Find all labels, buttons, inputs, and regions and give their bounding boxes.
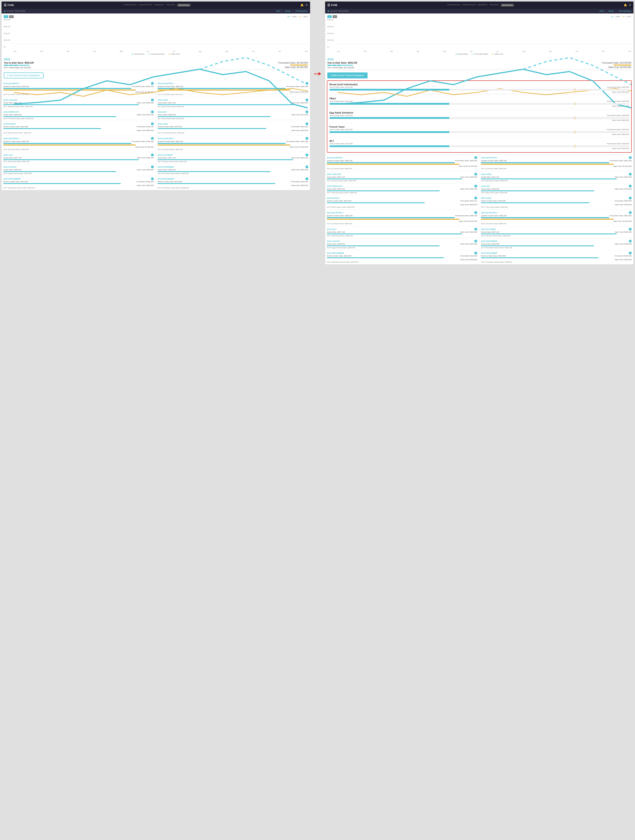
nav-reporting-left[interactable]: REPORTING (177, 4, 190, 6)
nav-subscription-left[interactable]: SUBSCRIPTION (139, 4, 152, 6)
sep2-left: ▸ (292, 10, 293, 12)
right-chart-area: $ # — 2018 — 2017 (325, 13, 634, 56)
sep1-left: ▸ (282, 10, 283, 12)
right-y-labels: $800,000 $600,000 $400,000 $200,000 $0 (327, 19, 337, 48)
nav-links-right: FORECASTING SUBSCRIPTION ORDERING TRACKI… (341, 4, 620, 6)
tracking-label-left: SALES TRACKING (6, 10, 25, 12)
channel-label-left[interactable]: All Channels ▸ (295, 10, 308, 12)
arrow-line-connector (314, 72, 321, 76)
left-oct: 2018 OCTOBER i Actual Sales: $357,133 Sa… (156, 152, 310, 164)
left-q4: 2018 QUARTER 4 i Quarter-to-Date Sales: … (156, 136, 310, 152)
dollar-tab-left[interactable]: $ (4, 15, 8, 18)
logo-left: ☰ FUSE (4, 3, 14, 7)
left-nav: ☰ FUSE FORECASTING SUBSCRIPTION ORDERING… (2, 2, 310, 9)
right-q4: 2018 QUARTER 4 i Quarter-to-Date Sales: … (479, 210, 633, 226)
right-feb: 2018 FEBRUARY i Actual Sales: $308,250 S… (325, 183, 480, 195)
panels-container: ☰ FUSE FORECASTING SUBSCRIPTION ORDERING… (1, 1, 634, 265)
bell-icon-left[interactable]: 🔔 (300, 3, 304, 6)
nav-tracking-left[interactable]: TRACKING (166, 4, 175, 6)
settings-icon-left[interactable]: ⚙ (306, 3, 308, 6)
left-panel: ☰ FUSE FORECASTING SUBSCRIPTION ORDERING… (1, 1, 310, 190)
right-x-labels: JanFebMarAprMayJunJulAugSepOctNovDec (337, 51, 632, 52)
nav-forecasting-left[interactable]: FORECASTING (124, 4, 136, 6)
dollar-tab-right[interactable]: $ (327, 15, 332, 18)
right-header-right: 2018 ▸ Bread ▸ All Channels ▸ (599, 10, 631, 12)
nav-icons-left: 🔔 ⚙ (300, 3, 308, 6)
right-apr: 2018 APRIL i Actual Sales: $337,133 Sale… (479, 171, 633, 183)
right-q3: 2018 QUARTER 3 i Quarter-to-Date Sales: … (325, 210, 480, 226)
right-dec: 2018 DECEMBER i Month-to-Date Sales: $29… (479, 250, 633, 264)
nav-icons-right: 🔔 ⚙ (624, 3, 631, 6)
logo-right: ☰ FUSE (327, 3, 337, 7)
left-chart-area: $ # — 2018 — 2017 (2, 13, 310, 56)
right-chart-wrapper: $800,000 $600,000 $400,000 $200,000 $0 (327, 19, 632, 52)
back-icon-left[interactable]: ◀ (4, 10, 5, 12)
left-x-labels: JanFebMarAprMayJunJulAugSepOctNovDec (14, 51, 308, 52)
right-jul: 2018 JULY i Actual Sales: $357,133 Sales… (325, 226, 480, 238)
right-may: 2018 MAY i Actual Sales: $308,250 Sales … (479, 183, 633, 195)
chart-legend-right: — 2018 — 2017 (611, 15, 631, 18)
left-mar: 2018 MARCH i Month-to-Date Sales: $222,9… (2, 121, 156, 136)
nav-ordering-left[interactable]: ORDERING (154, 4, 164, 6)
mar-info-left[interactable]: i (151, 122, 154, 125)
left-y-labels: $800,000 $600,000 $400,000 $200,000 $0 (4, 19, 14, 48)
right-q1: 2018 QUARTER 1 i Quarter-to-Date Sales: … (325, 155, 480, 171)
chart-legend-left: — 2018 — 2017 (287, 15, 308, 18)
right-jun: 2018 JUNE i Month-to-Date Sales: $262,99… (479, 195, 633, 210)
back-icon-right[interactable]: ◀ (327, 10, 329, 12)
nav-forecasting-right[interactable]: FORECASTING (447, 4, 460, 6)
nav-subscription-right[interactable]: SUBSCRIPTION (462, 4, 475, 6)
legend-2018-left: — 2018 (287, 16, 296, 18)
hash-tab-right[interactable]: # (333, 15, 337, 18)
left-sep: 2018 SEPTEMBER i Month-to-Date Sales: $2… (2, 176, 156, 190)
left-dec: 2018 DECEMBER i Month-to-Date Sales: $29… (156, 176, 310, 190)
app-container: ☰ FUSE FORECASTING SUBSCRIPTION ORDERING… (0, 0, 635, 840)
hash-tab-left[interactable]: # (9, 15, 13, 18)
right-quarters-grid: 2018 QUARTER 1 i Quarter-to-Date Sales: … (325, 155, 634, 264)
left-jun: 2018 JUNE i Month-to-Date Sales: $262,99… (156, 121, 310, 136)
info-icon-left: ℹ (7, 74, 8, 77)
left-q3: 2018 QUARTER 3 i Quarter-to-Date Sales: … (2, 136, 156, 152)
legend-2017-left: — 2017 (299, 16, 308, 18)
left-breadcrumb: ◀ SALES TRACKING (4, 10, 25, 12)
right-panel: ☰ FUSE FORECASTING SUBSCRIPTION ORDERING… (325, 1, 634, 265)
left-nov: 2018 NOVEMBER i Actual Sales: $308,250 S… (156, 164, 310, 176)
right-panel-header: ◀ SALES TRACKING 2018 ▸ Bread ▸ All Chan… (325, 9, 634, 13)
right-q2: 2018 QUARTER 2 i Quarter-to-Date Sales: … (479, 155, 633, 171)
left-chart-svg (14, 19, 308, 120)
product-name-blt: BLT (329, 140, 629, 142)
right-sep: 2018 SEPTEMBER i Month-to-Date Sales: $2… (325, 250, 480, 264)
bell-icon-right[interactable]: 🔔 (624, 3, 627, 6)
right-nov: 2018 NOVEMBER i Actual Sales: $308,250 S… (479, 238, 633, 250)
settings-icon-right[interactable]: ⚙ (629, 3, 631, 6)
year-label-left[interactable]: 2018 (276, 10, 280, 12)
right-jan: 2018 JANUARY i Actual Sales: $337,133 Sa… (325, 171, 480, 183)
right-aug: 2018 AUGUST i Actual Sales: $308,250 Sal… (325, 238, 480, 250)
product-blt: BLT Year-to-Date Sales: $120,000 Forecas… (329, 140, 629, 150)
left-chart-wrapper: $800,000 $600,000 $400,000 $200,000 $0 (4, 19, 308, 52)
right-nav: ☰ FUSE FORECASTING SUBSCRIPTION ORDERING… (325, 2, 634, 9)
left-aug: 2018 AUGUST i Actual Sales: $308,250 Sal… (2, 164, 156, 176)
left-chart-tabs: $ # — 2018 — 2017 (4, 15, 308, 18)
left-jul: 2018 JULY i Actual Sales: $357,133 Sales… (2, 152, 156, 164)
right-mar: 2018 MARCH i Month-to-Date Sales: $222,9… (325, 195, 480, 210)
info-icon-right: ℹ (331, 74, 332, 77)
nav-links-left: FORECASTING SUBSCRIPTION ORDERING TRACKI… (17, 4, 297, 6)
nav-tracking-right[interactable]: TRACKING (489, 4, 499, 6)
left-panel-header: ◀ SALES TRACKING 2018 ▸ Bread ▸ All Chan… (2, 9, 310, 13)
category-label-left[interactable]: Bread (285, 10, 290, 12)
nav-ordering-right[interactable]: ORDERING (478, 4, 487, 6)
right-breadcrumb: ◀ SALES TRACKING (327, 10, 349, 12)
right-oct: 2018 OCTOBER i Actual Sales: $357,133 Sa… (479, 226, 633, 238)
arrow-connector (312, 1, 323, 76)
product-french-toast: French Toast Year-to-Date Sales: $120,00… (329, 125, 629, 137)
left-header-right: 2018 ▸ Bread ▸ All Channels ▸ (276, 10, 308, 12)
product-name-french: French Toast (329, 125, 629, 128)
nav-reporting-right[interactable]: REPORTING (501, 4, 514, 6)
jun-info-left[interactable]: i (306, 122, 308, 125)
